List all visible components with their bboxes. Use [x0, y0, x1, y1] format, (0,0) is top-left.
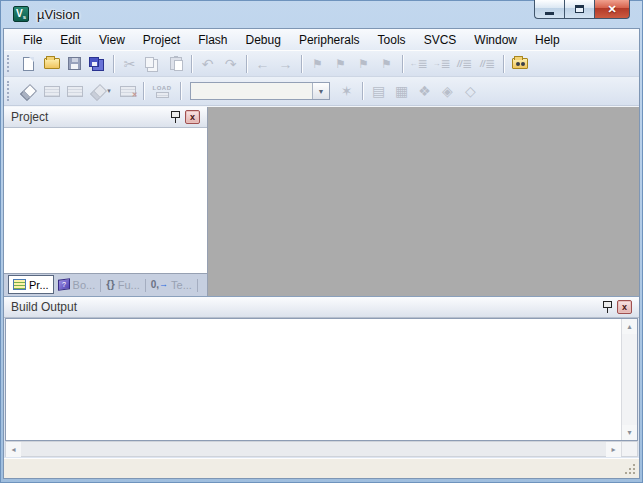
project-tree[interactable] — [4, 128, 207, 273]
bookmark-prev-button[interactable]: ⚑ — [352, 53, 375, 75]
navigate-back-button[interactable]: ← — [251, 53, 274, 75]
books-tab-icon: ? — [58, 278, 70, 291]
runtime-environment-button[interactable]: ◇ — [459, 80, 482, 102]
tab-templates[interactable]: 0,→ Te... — [147, 275, 196, 294]
stop-build-button[interactable]: ✕ — [116, 80, 139, 102]
translate-button[interactable] — [17, 80, 40, 102]
panel-close-icon: x — [622, 303, 627, 312]
pin-icon[interactable] — [603, 301, 612, 313]
maximize-button[interactable] — [564, 0, 594, 19]
menu-peripherals[interactable]: Peripherals — [290, 31, 369, 49]
bookmark-next-button[interactable]: ⚑ — [329, 53, 352, 75]
manage-project-items-button[interactable]: ▤ — [367, 80, 390, 102]
book-question-mark: ? — [62, 281, 66, 289]
status-text — [4, 459, 639, 465]
unindent-button[interactable]: ←≣ — [407, 53, 430, 75]
menu-edit[interactable]: Edit — [51, 31, 90, 49]
open-folder-icon — [44, 58, 60, 69]
save-icon — [68, 57, 81, 70]
cut-icon: ✂ — [124, 57, 136, 71]
download-flash-button[interactable]: LOAD — [148, 80, 176, 102]
horizontal-scroll-track[interactable] — [21, 442, 606, 456]
window-title: µVision — [37, 7, 80, 22]
tab-books[interactable]: ? Bo... — [54, 275, 100, 294]
client-area: File Edit View Project Flash Debug Perip… — [3, 28, 640, 479]
menu-svcs[interactable]: SVCS — [415, 31, 466, 49]
indent-button[interactable]: →≣ — [430, 53, 453, 75]
scroll-right-button[interactable]: ▸ — [606, 442, 621, 457]
batch-build-button[interactable]: ▾ — [86, 80, 116, 102]
target-select-dropdown-button[interactable]: ▼ — [312, 83, 329, 99]
indent-icon: ≣ — [440, 58, 450, 70]
bookmark-clear-button[interactable]: ⚑ — [375, 53, 398, 75]
scrollbar-corner — [621, 442, 637, 456]
unindent-arrow: ← — [409, 59, 417, 68]
tab-project[interactable]: Pr... — [8, 275, 54, 294]
menu-project[interactable]: Project — [134, 31, 189, 49]
redo-button[interactable]: ↷ — [219, 53, 242, 75]
build-output-body: ▴ ▾ — [5, 318, 638, 441]
open-file-button[interactable] — [40, 53, 63, 75]
redo-icon: ↷ — [225, 57, 237, 71]
find-in-files-button[interactable] — [508, 53, 531, 75]
panel-close-icon: x — [190, 113, 195, 122]
menu-tools[interactable]: Tools — [369, 31, 415, 49]
toolbar-grip[interactable] — [7, 55, 14, 72]
project-panel-tabbar: Pr... ? Bo... {} Fu... 0,→ Te... — [4, 273, 207, 296]
build-output-content[interactable] — [6, 319, 621, 440]
menu-debug[interactable]: Debug — [237, 31, 290, 49]
bookmark-toggle-button[interactable]: ⚑ — [306, 53, 329, 75]
close-button[interactable]: ✕ — [594, 0, 630, 19]
build-output-close-button[interactable]: x — [617, 300, 632, 314]
menu-bar: File Edit View Project Flash Debug Perip… — [4, 29, 639, 51]
menu-file[interactable]: File — [14, 31, 51, 49]
scroll-left-button[interactable]: ◂ — [6, 442, 21, 457]
menu-flash[interactable]: Flash — [189, 31, 236, 49]
target-select[interactable]: ▼ — [190, 82, 330, 100]
undo-button[interactable]: ↶ — [196, 53, 219, 75]
toolbar-grip[interactable] — [7, 81, 14, 101]
new-file-button[interactable] — [17, 53, 40, 75]
bookmark-prev-icon: ⚑ — [358, 58, 369, 70]
minimize-button[interactable] — [534, 0, 564, 19]
multi-project-workspace-button[interactable]: ▦ — [390, 80, 413, 102]
navigate-forward-button[interactable]: → — [274, 53, 297, 75]
batch-build-icon — [91, 85, 106, 98]
paste-button[interactable] — [164, 53, 187, 75]
load-brick — [156, 92, 169, 98]
menu-view[interactable]: View — [90, 31, 134, 49]
menu-window[interactable]: Window — [465, 31, 526, 49]
save-button[interactable] — [63, 53, 86, 75]
cut-button[interactable]: ✂ — [118, 53, 141, 75]
title-bar[interactable]: Vs µVision ✕ — [0, 0, 643, 28]
maximize-icon — [575, 5, 584, 13]
batch-build-dropdown-icon: ▾ — [107, 87, 111, 95]
vertical-scrollbar[interactable]: ▴ ▾ — [621, 319, 637, 440]
menu-help[interactable]: Help — [526, 31, 569, 49]
project-tab-icon — [13, 279, 26, 290]
project-panel-close-button[interactable]: x — [185, 110, 200, 124]
functions-tab-icon: {} — [106, 279, 115, 290]
uncomment-button[interactable]: //≣ — [476, 53, 499, 75]
toolbar-separator — [301, 55, 302, 73]
close-icon: ✕ — [607, 3, 616, 16]
pack-installer-button[interactable]: ❖ — [413, 80, 436, 102]
comment-button[interactable]: //≣ — [453, 53, 476, 75]
resize-grip-icon[interactable] — [633, 464, 635, 466]
horizontal-scrollbar[interactable]: ◂ ▸ — [5, 441, 638, 457]
tab-functions[interactable]: {} Fu... — [102, 275, 144, 294]
scroll-up-button[interactable]: ▴ — [622, 319, 637, 334]
target-select-value — [191, 83, 312, 99]
save-all-icon — [89, 57, 99, 67]
save-all-button[interactable] — [86, 53, 109, 75]
rebuild-button[interactable] — [63, 80, 86, 102]
build-button[interactable] — [40, 80, 63, 102]
select-software-packs-button[interactable]: ◈ — [436, 80, 459, 102]
options-for-target-button[interactable]: ✶ — [335, 80, 358, 102]
copy-button[interactable] — [141, 53, 164, 75]
pin-icon[interactable] — [171, 111, 180, 123]
bookmark-next-icon: ⚑ — [335, 58, 346, 70]
tab-templates-label: Te... — [171, 279, 192, 291]
comment-lines: ≣ — [462, 58, 472, 70]
scroll-down-button[interactable]: ▾ — [622, 425, 637, 440]
